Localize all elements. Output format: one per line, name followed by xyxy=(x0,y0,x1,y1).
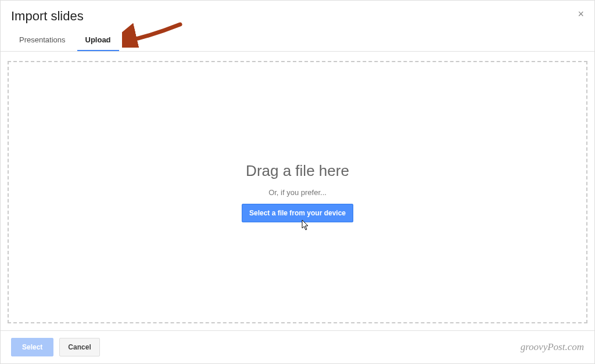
tab-upload[interactable]: Upload xyxy=(77,30,119,51)
footer-buttons: Select Cancel xyxy=(11,338,100,356)
cancel-button[interactable]: Cancel xyxy=(59,338,99,356)
drag-file-text: Drag a file here xyxy=(246,162,349,180)
or-prefer-text: Or, if you prefer... xyxy=(268,188,327,197)
close-icon[interactable]: × xyxy=(578,9,584,19)
select-file-button[interactable]: Select a file from your device xyxy=(242,204,353,222)
file-dropzone[interactable]: Drag a file here Or, if you prefer... Se… xyxy=(8,61,587,323)
tab-presentations[interactable]: Presentations xyxy=(11,30,74,51)
dialog-title: Import slides xyxy=(11,9,84,24)
import-slides-dialog: Import slides × Presentations Upload Dra… xyxy=(0,0,595,364)
tab-bar: Presentations Upload xyxy=(1,30,594,52)
dialog-footer: Select Cancel groovyPost.com xyxy=(1,330,594,363)
content-area: Drag a file here Or, if you prefer... Se… xyxy=(1,52,594,330)
dialog-header: Import slides × xyxy=(1,1,594,30)
watermark-text: groovyPost.com xyxy=(521,341,584,353)
select-button[interactable]: Select xyxy=(11,338,53,356)
